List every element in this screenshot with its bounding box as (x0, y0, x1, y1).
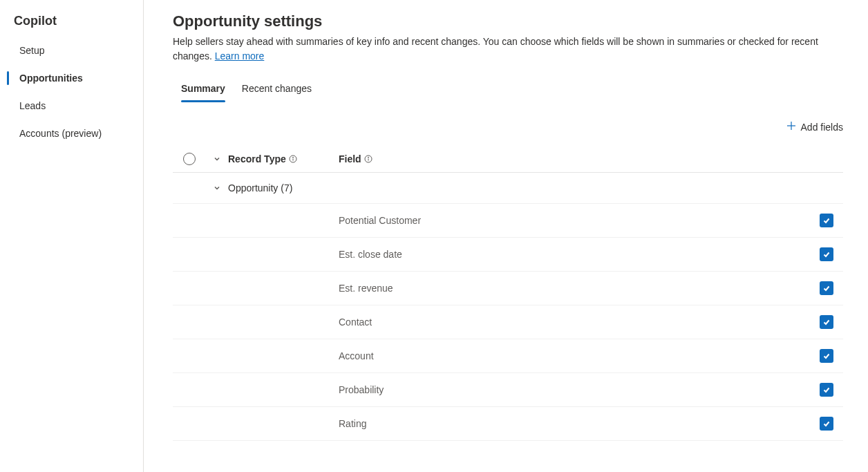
sidebar-item-accounts[interactable]: Accounts (preview) (0, 120, 143, 147)
main-content: Opportunity settings Help sellers stay a… (144, 0, 868, 472)
field-label: Contact (339, 317, 372, 328)
field-checkbox[interactable] (820, 214, 833, 227)
table-group-row: Opportunity (7) (173, 173, 843, 204)
table-row: Rating (173, 407, 843, 441)
table-row: Est. close date (173, 238, 843, 272)
sidebar-item-setup[interactable]: Setup (0, 37, 143, 64)
table-header: Record Type Field (173, 146, 843, 173)
tab-label: Summary (181, 83, 225, 94)
field-checkbox[interactable] (820, 417, 833, 431)
tabs: Summary Recent changes (173, 76, 843, 101)
svg-point-7 (368, 157, 368, 158)
add-fields-button[interactable]: Add fields (786, 120, 843, 133)
page-description-text: Help sellers stay ahead with summaries o… (173, 36, 818, 62)
table-row: Potential Customer (173, 204, 843, 238)
svg-point-4 (292, 157, 293, 158)
page-title: Opportunity settings (173, 12, 843, 30)
sidebar-item-opportunities[interactable]: Opportunities (0, 64, 143, 92)
field-label: Potential Customer (339, 215, 421, 226)
sidebar: Copilot Setup Opportunities Leads Accoun… (0, 0, 144, 472)
table-row: Est. revenue (173, 272, 843, 305)
sidebar-item-label: Opportunities (19, 73, 83, 84)
field-checkbox[interactable] (820, 247, 833, 261)
toolbar: Add fields (173, 120, 843, 133)
field-checkbox[interactable] (820, 315, 833, 329)
chevron-down-icon[interactable] (213, 155, 221, 163)
header-record-type: Record Type (228, 153, 286, 164)
chevron-down-icon[interactable] (213, 184, 221, 192)
field-label: Probability (339, 384, 384, 395)
sidebar-item-leads[interactable]: Leads (0, 92, 143, 120)
field-checkbox[interactable] (820, 383, 833, 397)
learn-more-link[interactable]: Learn more (215, 50, 265, 62)
fields-table: Record Type Field (173, 146, 843, 441)
tab-label: Recent changes (242, 83, 312, 94)
field-checkbox[interactable] (820, 349, 833, 363)
table-row: Probability (173, 373, 843, 407)
table-row: Account (173, 339, 843, 373)
plus-icon (786, 120, 797, 133)
tab-recent-changes[interactable]: Recent changes (242, 76, 312, 101)
field-checkbox[interactable] (820, 281, 833, 295)
field-label: Est. close date (339, 249, 402, 260)
page-description: Help sellers stay ahead with summaries o… (173, 35, 843, 64)
field-label: Account (339, 350, 374, 361)
tab-summary[interactable]: Summary (181, 76, 225, 101)
table-row: Contact (173, 305, 843, 339)
field-label: Est. revenue (339, 283, 393, 294)
header-field: Field (339, 153, 361, 164)
sidebar-title: Copilot (0, 14, 143, 37)
field-label: Rating (339, 418, 366, 429)
info-icon[interactable] (289, 155, 297, 163)
group-label: Opportunity (7) (228, 182, 292, 193)
info-icon[interactable] (364, 155, 372, 163)
select-all-toggle[interactable] (183, 153, 196, 165)
sidebar-item-label: Leads (19, 100, 46, 111)
add-fields-label: Add fields (801, 122, 843, 133)
sidebar-item-label: Accounts (preview) (19, 128, 102, 139)
sidebar-item-label: Setup (19, 45, 45, 56)
